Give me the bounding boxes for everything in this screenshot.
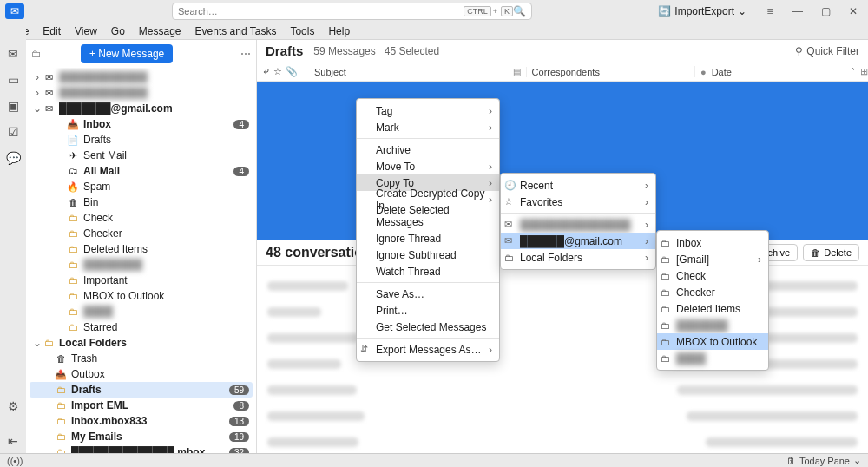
collapse-icon[interactable]: ⇤	[8, 434, 18, 448]
tree-item[interactable]: 🗑Trash	[30, 351, 253, 366]
menu-item[interactable]: 🗀Deleted Items	[657, 300, 768, 317]
tree-item[interactable]: 🗀Important	[30, 273, 253, 288]
menu-tools[interactable]: Tools	[283, 23, 321, 39]
tree-item[interactable]: 🗀████	[30, 304, 253, 319]
menu-edit[interactable]: Edit	[36, 23, 68, 39]
search-icon[interactable]: 🔍	[513, 5, 526, 17]
sort-icon[interactable]: ˄	[851, 67, 855, 76]
menu-item[interactable]: 🗀███████	[657, 317, 768, 333]
message-row[interactable]	[267, 377, 858, 403]
mail-icon: ✉	[42, 72, 56, 83]
tree-item[interactable]: 🗀Starred	[30, 319, 253, 335]
tree-item[interactable]: 📤Outbox	[30, 366, 253, 382]
minimize-button[interactable]: —	[788, 5, 807, 17]
tree-item[interactable]: 🗂All Mail4	[30, 163, 253, 179]
menu-item[interactable]: Move To	[357, 158, 499, 174]
context-menu-copy-to[interactable]: 🕘Recent☆Favorites✉███████████████✉██████…	[500, 173, 656, 270]
col-correspondents[interactable]: Correspondents	[532, 67, 600, 77]
menu-item[interactable]: Tag	[357, 102, 499, 119]
col-date[interactable]: Date	[712, 67, 732, 77]
col-subject[interactable]: Subject	[314, 67, 346, 77]
menu-item[interactable]: Mark	[357, 119, 499, 135]
tree-item[interactable]: 🔥Spam	[30, 179, 253, 194]
new-message-button[interactable]: + New Message	[81, 44, 173, 63]
menu-item[interactable]: Get Selected Messages	[357, 319, 499, 335]
context-menu-main[interactable]: TagMarkArchiveMove ToCopy ToCreate Decry…	[356, 98, 500, 362]
settings-icon[interactable]: ⚙	[8, 399, 19, 413]
menu-item[interactable]: ⇵Export Messages As…	[357, 341, 499, 358]
menu-events-and-tasks[interactable]: Events and Tasks	[188, 23, 284, 39]
tree-item[interactable]: ⌄🗀Local Folders	[30, 335, 253, 351]
tree-item[interactable]: ›✉████████████	[30, 85, 253, 101]
menu-item[interactable]: 🗀Local Folders	[501, 249, 655, 266]
menu-item[interactable]: ☆Favorites	[501, 194, 655, 210]
tree-item[interactable]: 📥Inbox4	[30, 116, 253, 132]
tree-item[interactable]: ✈Sent Mail	[30, 148, 253, 163]
context-menu-folders[interactable]: 🗀Inbox🗀[Gmail]🗀Check🗀Checker🗀Deleted Ite…	[656, 230, 769, 371]
menu-item[interactable]: Print…	[357, 302, 499, 319]
quick-filter-button[interactable]: ⚲Quick Filter	[795, 45, 859, 57]
tree-item[interactable]: 🗀████████	[30, 257, 253, 273]
calendar-icon[interactable]: ▣	[8, 99, 19, 113]
menu-item[interactable]: ✉██████@gmail.com	[501, 233, 655, 249]
menu-item[interactable]: Ignore Thread	[357, 230, 499, 247]
sidebar-options-icon[interactable]: ⋯	[240, 48, 251, 60]
message-row[interactable]	[267, 403, 858, 429]
menu-message[interactable]: Message	[132, 23, 188, 39]
tree-item[interactable]: 📄Drafts	[30, 132, 253, 148]
menu-item[interactable]: ✉███████████████	[501, 216, 655, 233]
tree-item[interactable]: 🗀Deleted Items	[30, 241, 253, 257]
menu-item[interactable]: Watch Thread	[357, 263, 499, 280]
today-pane-button[interactable]: 🗓Today Pane⌄	[786, 455, 861, 466]
folder-pane-icon[interactable]: 🗀	[31, 48, 47, 60]
tree-item[interactable]: 🗀My Emails19	[30, 429, 253, 444]
tree-label: Trash	[71, 352, 249, 365]
tree-item[interactable]: ⌄✉███████@gmail.com	[30, 101, 253, 116]
mail-icon: ✉	[42, 103, 56, 115]
menu-item[interactable]: Delete Selected Messages	[357, 207, 499, 224]
menu-item[interactable]: 🗀Check	[657, 267, 768, 284]
hamburger-icon[interactable]: ≡	[760, 5, 779, 17]
search-input[interactable]	[178, 6, 462, 16]
tag-col-icon[interactable]: ▤	[513, 67, 521, 76]
menu-item[interactable]: Save As…	[357, 286, 499, 302]
mail-icon[interactable]: ✉	[8, 47, 18, 61]
tree-item[interactable]: 🗀Checker	[30, 226, 253, 241]
addressbook-icon[interactable]: ▭	[8, 73, 19, 87]
col-picker-icon[interactable]: ⊞	[860, 66, 868, 77]
read-col-icon[interactable]: ●	[700, 67, 707, 77]
chat-icon[interactable]: 💬	[6, 151, 21, 165]
search-box[interactable]: CTRL + K 🔍	[172, 3, 532, 20]
menu-item[interactable]: 🗀Checker	[657, 284, 768, 300]
menu-item[interactable]: 🗀MBOX to Outlook	[657, 333, 768, 350]
tree-item[interactable]: 🗀Import EML8	[30, 398, 253, 413]
tree-item[interactable]: 🗀Inbox.mbox83313	[30, 413, 253, 429]
menu-item[interactable]: 🗀Inbox	[657, 234, 768, 251]
tree-item[interactable]: 🗀MBOX to Outlook	[30, 288, 253, 304]
star-col-icon[interactable]: ☆	[273, 66, 282, 77]
tree-item[interactable]: 🗀Drafts59	[30, 382, 253, 398]
menu-item[interactable]: Ignore Subthread	[357, 247, 499, 263]
menu-item[interactable]: 🕘Recent	[501, 177, 655, 194]
menu-item[interactable]: 🗀[Gmail]	[657, 251, 768, 267]
message-row[interactable]	[267, 429, 858, 453]
count-badge: 4	[233, 120, 249, 129]
tree-item[interactable]: 🗀██████████████.mbox32	[30, 444, 253, 453]
menu-view[interactable]: View	[68, 23, 104, 39]
tree-item[interactable]: ›✉████████████	[30, 69, 253, 85]
delete-button[interactable]: 🗑Delete	[803, 244, 859, 261]
import-export-button[interactable]: 🔄 ImportExport ⌄	[653, 3, 752, 19]
tasks-icon[interactable]: ☑	[8, 125, 19, 139]
sync-icon[interactable]: ((•))	[7, 456, 23, 466]
attach-col-icon[interactable]: 📎	[286, 66, 298, 77]
menu-item[interactable]: 🗀████	[657, 350, 768, 366]
close-button[interactable]: ✕	[844, 5, 863, 17]
menu-item[interactable]: Archive	[357, 141, 499, 158]
count-badge: 13	[229, 417, 249, 426]
thread-icon[interactable]: ⤶	[262, 66, 270, 77]
tree-item[interactable]: 🗑Bin	[30, 194, 253, 210]
menu-go[interactable]: Go	[104, 23, 132, 39]
menu-help[interactable]: Help	[321, 23, 357, 39]
maximize-button[interactable]: ▢	[816, 5, 835, 17]
tree-item[interactable]: 🗀Check	[30, 210, 253, 226]
